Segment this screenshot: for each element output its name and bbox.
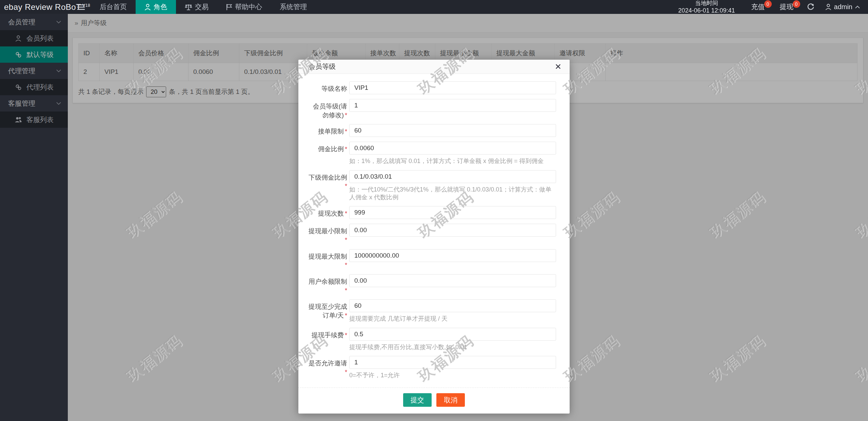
withdraw-min-input[interactable] xyxy=(349,224,556,237)
withdraw-fee-input[interactable] xyxy=(349,328,556,341)
topbar: ebay Review RoBoT V18 后台首页 角色 交易 xyxy=(0,0,868,14)
required-asterisk: * xyxy=(345,210,347,217)
required-asterisk: * xyxy=(345,332,347,339)
scales-icon xyxy=(185,4,192,11)
level-name-input[interactable] xyxy=(349,81,556,94)
tab-system[interactable]: 系统管理 xyxy=(271,0,316,14)
field-label: 接单限制 xyxy=(318,128,344,135)
modal-title: 会员等级 xyxy=(309,62,555,71)
field-label: 用户余额限制 xyxy=(309,278,347,285)
tab-label: 后台首页 xyxy=(100,2,127,12)
required-asterisk: * xyxy=(345,112,347,119)
field-label: 下级佣金比例 xyxy=(309,174,347,181)
balance-limit-input[interactable] xyxy=(349,274,556,287)
field-hint: 提现需要完成 几笔订单才开提现 / 天 xyxy=(349,315,556,323)
modal-header: 会员等级 ✕ xyxy=(298,60,570,74)
app-logo-text: ebay Review RoBoT xyxy=(4,2,81,12)
local-time-label: 当地时间 xyxy=(695,0,718,7)
required-asterisk: * xyxy=(345,369,347,376)
form-row-order-limit: 接单限制* xyxy=(308,124,556,137)
field-hint: 提现手续费,不用百分比,直接写小数,如: 0.01 xyxy=(349,343,556,351)
submit-button[interactable]: 提交 xyxy=(403,393,432,407)
local-time-value: 2024-06-01 12:09:41 xyxy=(678,7,735,15)
member-level-modal: 会员等级 ✕ 等级名称 会员等级(请勿修改)* 接单限制* 佣金比例* 如：1%… xyxy=(298,60,570,414)
modal-footer: 提交 取消 xyxy=(298,387,570,414)
form-row-sub-commission-rate: 下级佣金比例* 如：一代10%/二代3%/3代1%，那么就填写 0.1/0.03… xyxy=(308,170,556,202)
form-row-member-level: 会员等级(请勿修改)* xyxy=(308,99,556,119)
tab-trade[interactable]: 交易 xyxy=(176,0,217,14)
refresh-icon xyxy=(807,3,814,11)
recharge-label: 充值 xyxy=(751,2,765,12)
sidebar-toggle-button[interactable] xyxy=(71,0,91,14)
tab-help-center[interactable]: 帮助中心 xyxy=(217,0,271,14)
flag-icon xyxy=(226,4,232,11)
field-hint: 如：1%，那么就填写 0.01，计算方式：订单金额 x 佣金比例 = 得到佣金 xyxy=(349,157,556,165)
tab-roles[interactable]: 角色 xyxy=(136,0,176,14)
field-label: 提现最大限制 xyxy=(309,253,347,260)
required-asterisk: * xyxy=(345,146,347,153)
field-label: 提现最小限制 xyxy=(309,227,347,235)
user-menu[interactable]: admin xyxy=(821,0,868,14)
topbar-right: 当地时间 2024-06-01 12:09:41 充值 0 提现 0 admin xyxy=(669,0,868,14)
field-label: 提现手续费 xyxy=(312,332,344,339)
recharge-button[interactable]: 充值 0 xyxy=(744,0,772,14)
form-row-withdraw-max: 提现最大限制* xyxy=(308,249,556,269)
allow-invite-input[interactable] xyxy=(349,356,556,369)
close-icon[interactable]: ✕ xyxy=(555,63,561,71)
tab-dashboard[interactable]: 后台首页 xyxy=(91,0,136,14)
form-row-withdraw-fee: 提现手续费* 提现手续费,不用百分比,直接写小数,如: 0.01 xyxy=(308,328,556,351)
required-asterisk: * xyxy=(345,312,347,319)
form-row-commission-rate: 佣金比例* 如：1%，那么就填写 0.01，计算方式：订单金额 x 佣金比例 =… xyxy=(308,142,556,165)
field-hint: 如：一代10%/二代3%/3代1%，那么就填写 0.1/0.03/0.01；计算… xyxy=(349,186,556,202)
form-row-withdraw-min: 提现最小限制* xyxy=(308,224,556,244)
commission-rate-input[interactable] xyxy=(349,142,556,155)
person-icon xyxy=(825,4,831,10)
form-row-withdraw-count: 提现次数* xyxy=(308,206,556,219)
field-label: 等级名称 xyxy=(321,85,347,92)
modal-body: 等级名称 会员等级(请勿修改)* 接单限制* 佣金比例* 如：1%，那么就填写 … xyxy=(298,74,570,379)
withdraw-label: 提现 xyxy=(780,2,793,12)
order-limit-input[interactable] xyxy=(349,124,556,137)
withdraw-count-input[interactable] xyxy=(349,206,556,219)
form-row-level-name: 等级名称 xyxy=(308,81,556,94)
field-hint: 0=不予许，1=允许 xyxy=(349,372,556,379)
field-label: 提现次数 xyxy=(318,210,344,217)
tab-label: 交易 xyxy=(195,2,209,12)
required-asterisk: * xyxy=(345,262,347,268)
field-label: 佣金比例 xyxy=(318,145,344,153)
field-label: 会员等级(请勿修改) xyxy=(313,103,347,119)
cancel-button[interactable]: 取消 xyxy=(436,393,465,407)
tab-label: 系统管理 xyxy=(280,2,307,12)
required-asterisk: * xyxy=(345,128,347,135)
withdraw-max-input[interactable] xyxy=(349,249,556,262)
person-icon xyxy=(144,4,151,11)
withdraw-badge: 0 xyxy=(793,0,800,8)
chevron-up-icon xyxy=(855,5,860,8)
field-label: 提现至少完成订单/天 xyxy=(309,303,347,319)
required-asterisk: * xyxy=(345,183,347,189)
local-time: 当地时间 2024-06-01 12:09:41 xyxy=(669,0,744,14)
field-label: 是否允许邀请 xyxy=(309,360,347,367)
form-row-min-orders-per-day: 提现至少完成订单/天* 提现需要完成 几笔订单才开提现 / 天 xyxy=(308,299,556,323)
withdraw-button[interactable]: 提现 0 xyxy=(772,0,801,14)
username: admin xyxy=(834,3,852,11)
tab-label: 角色 xyxy=(154,2,167,12)
member-level-input[interactable] xyxy=(349,99,556,112)
tab-label: 帮助中心 xyxy=(235,2,262,12)
form-row-balance-limit: 用户余额限制* xyxy=(308,274,556,295)
min-orders-per-day-input[interactable] xyxy=(349,299,556,312)
refresh-button[interactable] xyxy=(801,0,821,14)
form-row-allow-invite: 是否允许邀请* 0=不予许，1=允许 xyxy=(308,356,556,379)
hamburger-icon xyxy=(77,4,85,10)
required-asterisk: * xyxy=(345,287,347,294)
recharge-badge: 0 xyxy=(764,0,772,8)
sub-commission-rate-input[interactable] xyxy=(349,170,556,183)
app-logo: ebay Review RoBoT V18 xyxy=(0,0,71,14)
required-asterisk: * xyxy=(345,237,347,243)
